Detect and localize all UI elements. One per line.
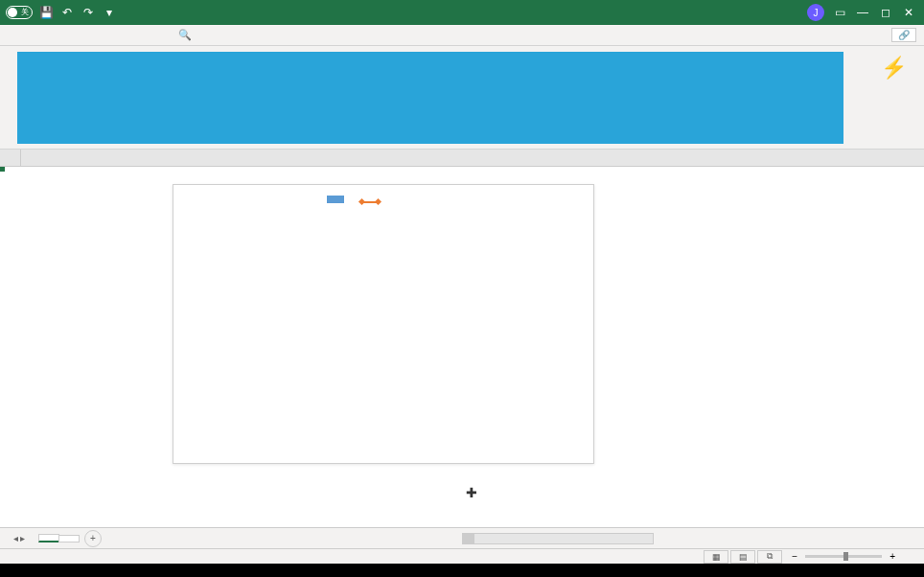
search-icon: 🔍 xyxy=(178,29,192,41)
legend-swatch-line xyxy=(361,201,379,203)
legend-swatch-bar xyxy=(327,196,344,203)
qat-dropdown-icon[interactable]: ▾ xyxy=(102,5,117,20)
view-normal-icon[interactable]: ▦ xyxy=(704,550,728,564)
autosave-toggle[interactable] xyxy=(6,6,33,19)
bolt-icon: ⚡ xyxy=(881,56,907,81)
minimize-icon[interactable]: — xyxy=(855,5,870,20)
view-break-icon[interactable]: ⧉ xyxy=(757,550,782,564)
view-layout-icon[interactable]: ▤ xyxy=(730,550,755,564)
sheet-tab[interactable] xyxy=(58,535,80,542)
cell-selection xyxy=(0,167,4,171)
close-icon[interactable]: ✕ xyxy=(901,5,916,20)
chart-plot-area xyxy=(183,223,584,440)
sheet-tab[interactable] xyxy=(38,534,59,542)
ribbon-display-icon[interactable]: ▭ xyxy=(832,5,847,20)
undo-icon[interactable]: ↶ xyxy=(59,5,75,20)
ideas-button[interactable]: ⚡ xyxy=(881,56,907,86)
save-icon[interactable]: 💾 xyxy=(38,5,54,20)
sheet-nav[interactable]: ◂ ▸ xyxy=(0,533,38,543)
add-sheet-button[interactable]: + xyxy=(84,530,102,547)
share-button[interactable]: 🔗 xyxy=(891,28,916,42)
chart-object[interactable] xyxy=(173,184,594,464)
column-headers xyxy=(0,150,924,167)
sheet-tab-bar: ◂ ▸ + xyxy=(0,527,924,548)
black-bar xyxy=(0,564,924,577)
select-all-corner[interactable] xyxy=(0,150,21,166)
zoom-out[interactable]: − xyxy=(792,551,797,562)
chart-legend xyxy=(327,195,382,205)
zoom-slider[interactable] xyxy=(805,555,882,558)
cell-cursor-icon: ✚ xyxy=(466,485,477,500)
ribbon-tabs: 🔍 🔗 xyxy=(0,25,924,46)
status-bar: ▦ ▤ ⧉ − + xyxy=(0,548,924,564)
user-avatar[interactable]: J xyxy=(807,4,824,21)
maximize-icon[interactable]: ◻ xyxy=(878,5,893,20)
title-bar: 💾 ↶ ↷ ▾ J ▭ — ◻ ✕ xyxy=(0,0,924,25)
worksheet-grid[interactable] xyxy=(0,167,924,521)
zoom-in[interactable]: + xyxy=(889,551,895,562)
horizontal-scrollbar[interactable] xyxy=(462,533,654,544)
banner-overlay xyxy=(17,52,843,144)
redo-icon[interactable]: ↷ xyxy=(81,5,96,20)
search-box[interactable]: 🔍 xyxy=(178,29,196,41)
